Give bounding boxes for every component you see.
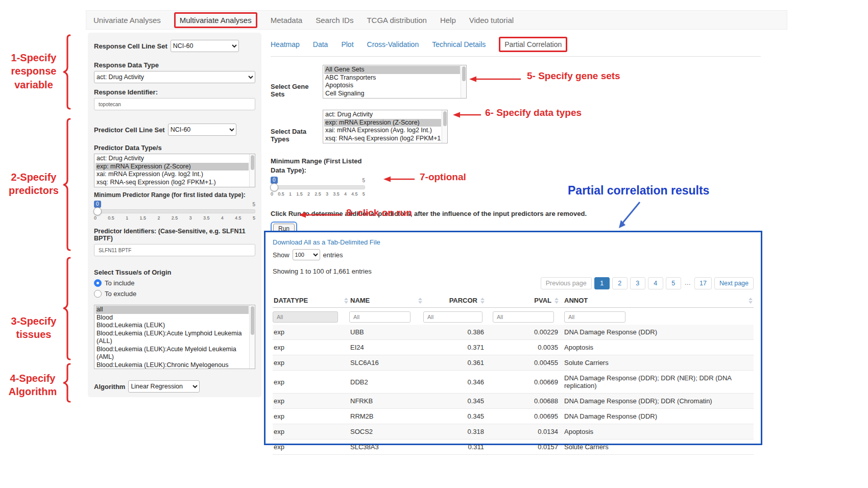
nav-item[interactable]: TCGA distribution: [367, 16, 427, 25]
tissue-option[interactable]: all: [95, 306, 249, 314]
slider-tick-label: 1.5: [296, 191, 303, 197]
slider-handle[interactable]: [93, 207, 102, 215]
table-filter-row: [273, 311, 754, 323]
tab[interactable]: Partial Correlation: [499, 37, 567, 52]
slider-track[interactable]: [271, 185, 365, 189]
annotation-step7: 7-optional: [420, 172, 466, 183]
scrollbar-thumb[interactable]: [251, 155, 254, 170]
tissue-option[interactable]: Blood:Leukemia (LEUK):Chronic Myelogenou…: [95, 361, 249, 370]
table-row: exp EI24 0.371 0.0035 Apoptosis: [273, 340, 754, 355]
page-number-button[interactable]: 4: [648, 277, 663, 289]
slider-max-label: 5: [252, 202, 255, 207]
data-type-option[interactable]: act: Drug Activity: [324, 111, 441, 119]
page-number-button[interactable]: …: [684, 277, 692, 289]
sort-icon[interactable]: [554, 298, 559, 304]
slider-tick-label: 2.5: [172, 215, 178, 221]
nav-item[interactable]: Search IDs: [316, 16, 353, 25]
page-number-button[interactable]: 1: [594, 277, 610, 289]
scrollbar[interactable]: [249, 305, 255, 369]
column-header-annot[interactable]: ANNOT: [560, 294, 754, 307]
filter-annot-input[interactable]: [564, 311, 625, 323]
tab[interactable]: Heatmap: [271, 40, 300, 48]
predictor-data-type-option[interactable]: xai: mRNA Expression (Avg. log2 Int.): [95, 170, 249, 179]
nav-item[interactable]: Video tutorial: [469, 16, 514, 25]
brace-step1: [61, 34, 71, 110]
cell-name: SOCS2: [349, 424, 423, 439]
sort-icon[interactable]: [749, 298, 753, 304]
tissue-include-radio[interactable]: To include: [94, 279, 255, 287]
data-type-option[interactable]: exp: mRNA Expression (Z-Score): [324, 119, 441, 127]
predictor-cell-line-set-select[interactable]: NCI-60: [168, 124, 236, 136]
next-page-button[interactable]: Next page: [714, 277, 754, 289]
gene-set-option[interactable]: Cell Signaling: [324, 90, 460, 98]
entries-per-page-select[interactable]: 100: [293, 249, 320, 260]
slider-tick-label: 2: [307, 191, 310, 197]
scrollbar[interactable]: [461, 65, 466, 98]
previous-page-button[interactable]: Previous page: [541, 277, 592, 289]
scrollbar[interactable]: [442, 110, 447, 143]
predictor-data-type-option[interactable]: act: Drug Activity: [95, 155, 249, 163]
column-header-datatype[interactable]: DATATYPE: [273, 294, 349, 307]
partial-correlation-results-title: Partial correlation results: [568, 184, 709, 198]
cell-parcor: 0.361: [423, 355, 486, 370]
slider-tick-label: 4.5: [235, 215, 242, 221]
tab[interactable]: Plot: [341, 40, 353, 48]
page-number-button[interactable]: 2: [612, 277, 628, 289]
scrollbar-thumb[interactable]: [251, 306, 254, 335]
data-type-option[interactable]: xsq: RNA-seq Expression (log2 FPKM+1.): [324, 135, 441, 143]
tissue-option[interactable]: Blood: [95, 314, 249, 322]
sort-icon[interactable]: [418, 298, 422, 304]
response-data-type-select[interactable]: act: Drug Activity: [94, 71, 255, 83]
cell-name: SLC6A16: [349, 355, 423, 370]
filter-pval-input[interactable]: [493, 311, 554, 323]
page-number-button[interactable]: 5: [666, 277, 681, 289]
tab[interactable]: Cross-Validation: [367, 40, 419, 48]
scrollbar[interactable]: [249, 154, 255, 187]
tissue-option[interactable]: Blood:Leukemia (LEUK):Acute Lymphoid Leu…: [95, 330, 249, 346]
column-header-parcor[interactable]: PARCOR: [423, 294, 486, 307]
download-link[interactable]: Download All as a Tab-Delimited File: [273, 238, 380, 246]
scrollbar-thumb[interactable]: [443, 111, 447, 126]
predictor-identifiers-label: Predictor Identifiers: (Case-Sensitive, …: [94, 228, 255, 242]
nav-item[interactable]: Multivariate Analyses: [174, 12, 257, 28]
slider-handle[interactable]: [270, 183, 278, 191]
nav-item[interactable]: Help: [440, 16, 456, 25]
scrollbar-thumb[interactable]: [462, 66, 466, 81]
sort-icon[interactable]: [344, 298, 348, 304]
filter-datatype-input[interactable]: [273, 311, 338, 323]
response-cell-line-set-label: Response Cell Line Set: [94, 42, 167, 50]
gene-set-option[interactable]: All Gene Sets: [324, 66, 460, 74]
nav-item[interactable]: Metadata: [271, 16, 303, 25]
cell-pval: 0.0035: [486, 340, 560, 355]
page-number-button[interactable]: 3: [630, 277, 645, 289]
slider-track[interactable]: [94, 209, 255, 213]
min-predictor-range-label: Minimum Predictor Range (for first liste…: [94, 191, 255, 199]
predictor-data-type-option[interactable]: xsq: RNA-seq Expression (log2 FPKM+1.): [95, 179, 249, 187]
response-identifier-label: Response Identifier:: [94, 88, 255, 96]
filter-parcor-input[interactable]: [423, 311, 483, 323]
predictor-cell-line-set-label: Predictor Cell Line Set: [94, 126, 165, 134]
data-type-option[interactable]: xai: mRNA Expression (Avg. log2 Int.): [324, 127, 441, 135]
filter-name-input[interactable]: [349, 311, 411, 323]
column-header-name[interactable]: NAME: [349, 294, 423, 307]
response-identifier-input[interactable]: [94, 98, 255, 110]
column-header-pval[interactable]: PVAL: [486, 294, 560, 307]
tab[interactable]: Technical Details: [432, 40, 486, 48]
algorithm-select[interactable]: Linear Regression: [128, 380, 200, 393]
predictor-data-type-option[interactable]: exp: mRNA Expression (Z-Score): [95, 163, 249, 171]
tab[interactable]: Data: [313, 40, 328, 48]
sort-icon[interactable]: [480, 298, 485, 304]
response-cell-line-set-select[interactable]: NCI-60: [171, 40, 239, 52]
nav-item[interactable]: Univariate Analyses: [93, 16, 161, 25]
slider-tick-label: 3: [189, 215, 192, 221]
gene-set-option[interactable]: ABC Transporters: [324, 74, 460, 82]
tissue-option[interactable]: Blood:Leukemia (LEUK):Acute Myeloid Leuk…: [95, 346, 249, 361]
gene-set-option[interactable]: Apoptosis: [324, 82, 460, 90]
table-row: exp SOCS2 0.318 0.0134 Apoptosis: [273, 424, 754, 440]
tissue-exclude-radio[interactable]: To exclude: [94, 290, 255, 298]
table-row: exp UBB 0.386 0.00229 DNA Damage Respons…: [273, 325, 754, 340]
predictor-identifiers-input[interactable]: [94, 244, 255, 256]
page-number-button[interactable]: 17: [694, 277, 712, 289]
main-content: Heatmap Data Plot Cross-Validation Techn…: [271, 37, 761, 236]
tissue-option[interactable]: Blood:Leukemia (LEUK): [95, 322, 249, 330]
